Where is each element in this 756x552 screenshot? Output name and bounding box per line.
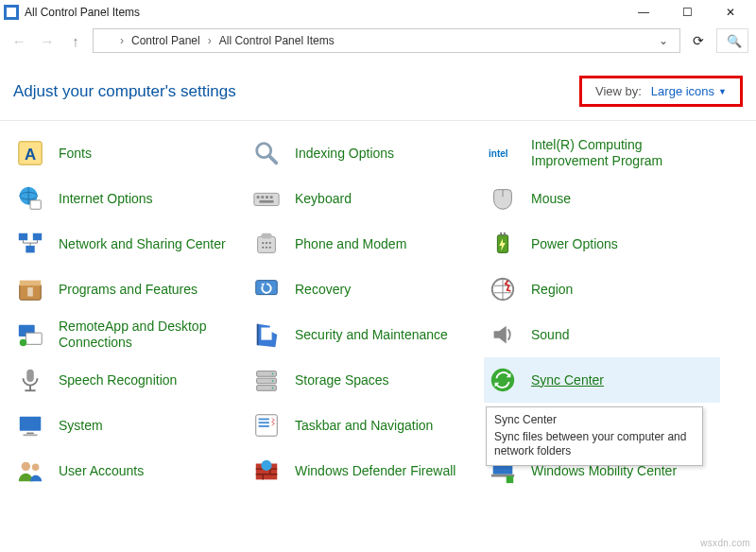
item-sound[interactable]: Sound [484, 312, 720, 357]
security-icon [251, 319, 282, 350]
item-system[interactable]: System [11, 403, 248, 448]
view-by-label: View by: [595, 84, 642, 98]
item-label: Windows Defender Firewall [295, 463, 455, 479]
item-storage-spaces[interactable]: Storage Spaces [248, 357, 484, 403]
svg-rect-31 [27, 287, 33, 296]
chevron-down-icon: ▼ [718, 87, 727, 96]
taskbar-icon [251, 410, 282, 440]
search-input[interactable]: 🔍 [716, 28, 748, 53]
item-label: Intel(R) Computing Improvement Program [531, 137, 701, 169]
view-by-value[interactable]: Large icons ▼ [651, 84, 727, 98]
close-button[interactable]: ✕ [709, 0, 752, 25]
item-label: Keyboard [295, 191, 352, 207]
item-sync-center[interactable]: Sync Center [484, 357, 720, 403]
sync-icon [488, 365, 518, 395]
item-intel-program[interactable]: intel Intel(R) Computing Improvement Pro… [484, 130, 720, 176]
svg-point-20 [262, 242, 264, 244]
item-fonts[interactable]: A Fonts [11, 130, 248, 176]
svg-rect-10 [261, 196, 264, 198]
control-panel-icon [4, 5, 19, 20]
fonts-icon: A [15, 138, 45, 168]
minimize-button[interactable]: — [622, 0, 665, 25]
item-phone-modem[interactable]: Phone and Modem [248, 221, 484, 267]
nav-bar: ← → ↑ › Control Panel › All Control Pane… [0, 25, 756, 57]
svg-rect-51 [259, 419, 269, 421]
item-speech-recognition[interactable]: Speech Recognition [11, 357, 248, 403]
svg-rect-18 [258, 237, 276, 253]
svg-rect-48 [26, 433, 34, 435]
svg-rect-53 [259, 425, 269, 427]
item-label: RemoteApp and Desktop Connections [59, 319, 229, 351]
item-label: Region [531, 282, 573, 298]
item-security-maintenance[interactable]: Security and Maintenance [248, 312, 484, 357]
item-mouse[interactable]: Mouse [484, 176, 720, 221]
svg-text:A: A [25, 146, 36, 164]
svg-point-45 [272, 388, 274, 389]
svg-rect-35 [26, 333, 42, 344]
svg-point-55 [32, 464, 40, 472]
item-taskbar-navigation[interactable]: Taskbar and Navigation [248, 403, 484, 448]
programs-icon [15, 274, 45, 304]
svg-rect-19 [261, 233, 271, 239]
chevron-right-icon: › [208, 34, 212, 47]
up-button[interactable]: ↑ [64, 29, 87, 52]
item-user-accounts[interactable]: User Accounts [11, 448, 248, 493]
item-region[interactable]: Region [484, 267, 720, 312]
refresh-button[interactable]: ⟳ [686, 28, 711, 53]
item-label: Taskbar and Navigation [295, 418, 433, 434]
svg-point-21 [266, 242, 267, 244]
network-icon [15, 229, 45, 259]
item-label: Phone and Modem [295, 236, 406, 252]
svg-rect-7 [30, 200, 41, 209]
address-bar[interactable]: › Control Panel › All Control Panel Item… [93, 28, 680, 53]
item-internet-options[interactable]: Internet Options [11, 176, 248, 221]
item-recovery[interactable]: Recovery [248, 267, 484, 312]
svg-rect-37 [26, 370, 34, 382]
svg-rect-8 [254, 193, 279, 205]
indexing-icon [251, 138, 282, 168]
svg-point-22 [269, 242, 271, 244]
item-label: Fonts [59, 146, 92, 162]
breadcrumb-root[interactable]: Control Panel [131, 34, 200, 47]
titlebar: All Control Panel Items — ☐ ✕ [0, 0, 756, 25]
chevron-down-icon[interactable]: ⌄ [659, 34, 668, 47]
svg-rect-30 [20, 281, 42, 286]
breadcrumb-icon [99, 34, 112, 47]
svg-point-25 [269, 247, 271, 249]
window-title: All Control Panel Items [25, 6, 622, 19]
svg-point-23 [262, 247, 264, 249]
svg-text:intel: intel [489, 148, 508, 159]
item-power-options[interactable]: Power Options [484, 221, 720, 267]
breadcrumb-leaf[interactable]: All Control Panel Items [219, 34, 335, 47]
svg-point-57 [261, 460, 271, 471]
tooltip-title: Sync Center [494, 413, 695, 428]
item-label: User Accounts [59, 463, 144, 479]
item-programs-features[interactable]: Programs and Features [11, 267, 248, 312]
svg-rect-17 [26, 246, 34, 253]
svg-point-54 [22, 462, 30, 471]
svg-point-36 [20, 339, 27, 347]
system-icon [15, 410, 45, 440]
item-indexing-options[interactable]: Indexing Options [248, 130, 484, 176]
users-icon [15, 456, 45, 486]
back-button[interactable]: ← [8, 29, 30, 52]
svg-rect-49 [24, 434, 38, 436]
storage-icon [251, 365, 282, 395]
svg-rect-12 [270, 196, 273, 198]
view-by-selector[interactable]: View by: Large icons ▼ [579, 76, 743, 107]
item-windows-defender-firewall[interactable]: Windows Defender Firewall [248, 448, 484, 493]
item-keyboard[interactable]: Keyboard [248, 176, 484, 221]
item-network-sharing[interactable]: Network and Sharing Center [11, 221, 248, 267]
speech-icon [15, 365, 45, 395]
intel-icon: intel [488, 138, 518, 168]
region-icon [488, 274, 518, 304]
svg-rect-27 [500, 233, 502, 236]
item-label: Mouse [531, 191, 571, 207]
item-label: Internet Options [59, 191, 153, 207]
item-label: Programs and Features [59, 282, 198, 298]
item-remoteapp[interactable]: RemoteApp and Desktop Connections [11, 312, 248, 357]
svg-rect-28 [504, 233, 506, 236]
forward-button[interactable]: → [36, 29, 59, 52]
maximize-button[interactable]: ☐ [665, 0, 709, 25]
svg-rect-52 [259, 422, 269, 423]
